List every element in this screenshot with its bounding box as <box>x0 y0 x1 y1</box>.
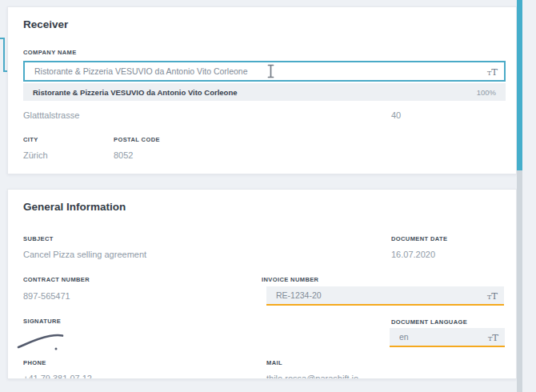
company-name-field[interactable]: TT <box>23 61 506 82</box>
subject-label: SUBJECT <box>23 235 54 242</box>
document-date-value[interactable]: 16.07.2020 <box>391 250 435 259</box>
street-number-value[interactable]: 40 <box>391 110 401 120</box>
general-information-card-title: General Information <box>23 201 126 213</box>
receiver-card: Receiver COMPANY NAME TT Ristorante & Pi… <box>7 6 517 174</box>
city-value[interactable]: Zürich <box>23 150 48 160</box>
document-language-field[interactable]: TT <box>390 328 505 347</box>
text-format-icon[interactable]: TT <box>487 289 498 302</box>
text-format-icon[interactable]: TT <box>488 330 498 343</box>
street-value[interactable]: Glatttalstrasse <box>23 110 79 120</box>
text-format-icon[interactable]: TT <box>487 65 498 78</box>
signature-image[interactable] <box>16 327 67 353</box>
company-name-input[interactable] <box>25 62 504 80</box>
suggestion-confidence-score: 100% <box>477 88 496 97</box>
signature-label: SIGNATURE <box>23 318 61 325</box>
document-fields-panel: Receiver COMPANY NAME TT Ristorante & Pi… <box>0 0 536 392</box>
receiver-card-title: Receiver <box>23 18 68 30</box>
general-information-card: General Information SUBJECT Cancel Pizza… <box>7 189 517 379</box>
mail-value[interactable]: thilo.rossa@parashift.io <box>266 374 358 379</box>
invoice-number-input[interactable] <box>266 286 504 304</box>
postal-code-label: POSTAL CODE <box>114 136 160 143</box>
phone-value[interactable]: +41 79 381 07 12 <box>23 374 92 379</box>
invoice-number-field[interactable]: TT <box>266 286 504 306</box>
mail-label: MAIL <box>266 359 282 366</box>
contract-number-label: CONTRACT NUMBER <box>23 276 90 283</box>
postal-code-value[interactable]: 8052 <box>114 150 133 160</box>
suggestion-text: Ristorante & Pizzeria VESUVIO da Antonio… <box>33 88 237 97</box>
document-date-label: DOCUMENT DATE <box>391 235 447 242</box>
city-label: CITY <box>23 136 38 143</box>
company-name-label: COMPANY NAME <box>23 49 77 56</box>
text-cursor-icon <box>266 64 276 78</box>
document-language-label: DOCUMENT LANGUAGE <box>391 318 467 326</box>
company-suggestion-row[interactable]: Ristorante & Pizzeria VESUVIO da Antonio… <box>23 83 506 101</box>
scrollbar-thumb[interactable] <box>517 0 522 170</box>
phone-label: PHONE <box>23 359 46 366</box>
invoice-number-label: INVOICE NUMBER <box>262 276 318 283</box>
contract-number-value[interactable]: 897-565471 <box>23 291 70 301</box>
subject-value[interactable]: Cancel Pizza selling agreement <box>23 250 146 259</box>
field-link-connector-line <box>3 38 5 72</box>
